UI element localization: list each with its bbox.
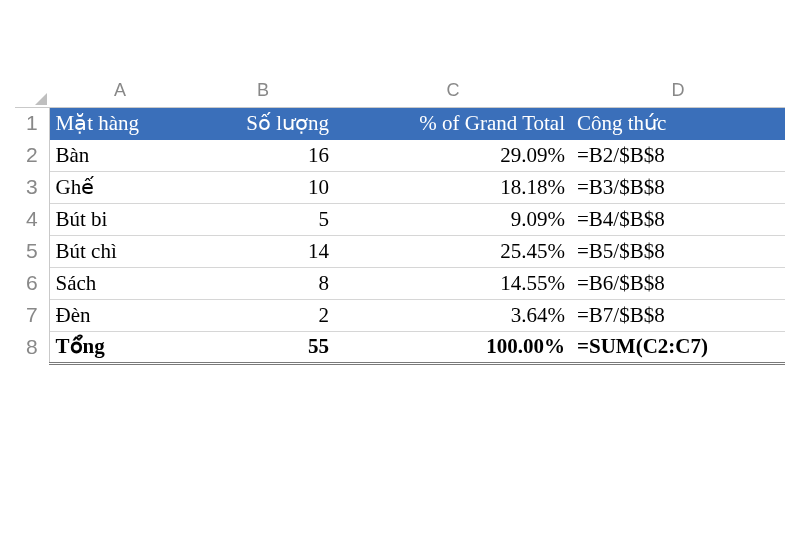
cell-D7[interactable]: =B7/$B$8 (571, 299, 785, 331)
cell-C1[interactable]: % of Grand Total (335, 107, 571, 139)
cell-A6[interactable]: Sách (49, 267, 191, 299)
cell-D1[interactable]: Công thức (571, 107, 785, 139)
cell-D8[interactable]: =SUM(C2:C7) (571, 331, 785, 363)
cell-D5[interactable]: =B5/$B$8 (571, 235, 785, 267)
cell-C7[interactable]: 3.64% (335, 299, 571, 331)
table-row: 1 Mặt hàng Số lượng % of Grand Total Côn… (15, 107, 785, 139)
cell-A7[interactable]: Đèn (49, 299, 191, 331)
cell-C2[interactable]: 29.09% (335, 139, 571, 171)
cell-A5[interactable]: Bút chì (49, 235, 191, 267)
row-header-6[interactable]: 6 (15, 267, 49, 299)
row-header-7[interactable]: 7 (15, 299, 49, 331)
cell-B6[interactable]: 8 (191, 267, 335, 299)
cell-D3[interactable]: =B3/$B$8 (571, 171, 785, 203)
column-header-A[interactable]: A (49, 75, 191, 107)
cell-C6[interactable]: 14.55% (335, 267, 571, 299)
cell-B1[interactable]: Số lượng (191, 107, 335, 139)
total-row: 8 Tổng 55 100.00% =SUM(C2:C7) (15, 331, 785, 363)
table-row: 7 Đèn 2 3.64% =B7/$B$8 (15, 299, 785, 331)
row-header-3[interactable]: 3 (15, 171, 49, 203)
cell-C8[interactable]: 100.00% (335, 331, 571, 363)
cell-A8[interactable]: Tổng (49, 331, 191, 363)
row-header-2[interactable]: 2 (15, 139, 49, 171)
cell-A2[interactable]: Bàn (49, 139, 191, 171)
cell-B3[interactable]: 10 (191, 171, 335, 203)
cell-C4[interactable]: 9.09% (335, 203, 571, 235)
table-row: 6 Sách 8 14.55% =B6/$B$8 (15, 267, 785, 299)
column-header-C[interactable]: C (335, 75, 571, 107)
cell-C5[interactable]: 25.45% (335, 235, 571, 267)
spreadsheet-grid[interactable]: A B C D 1 Mặt hàng Số lượng % of Grand T… (15, 75, 785, 365)
row-header-8[interactable]: 8 (15, 331, 49, 363)
cell-B4[interactable]: 5 (191, 203, 335, 235)
table-row: 4 Bút bi 5 9.09% =B4/$B$8 (15, 203, 785, 235)
cell-B8[interactable]: 55 (191, 331, 335, 363)
row-header-4[interactable]: 4 (15, 203, 49, 235)
column-header-row: A B C D (15, 75, 785, 107)
cell-A3[interactable]: Ghế (49, 171, 191, 203)
cell-B5[interactable]: 14 (191, 235, 335, 267)
table-row: 5 Bút chì 14 25.45% =B5/$B$8 (15, 235, 785, 267)
row-header-1[interactable]: 1 (15, 107, 49, 139)
cell-B2[interactable]: 16 (191, 139, 335, 171)
cell-A1[interactable]: Mặt hàng (49, 107, 191, 139)
row-header-5[interactable]: 5 (15, 235, 49, 267)
column-header-B[interactable]: B (191, 75, 335, 107)
cell-D2[interactable]: =B2/$B$8 (571, 139, 785, 171)
table-row: 3 Ghế 10 18.18% =B3/$B$8 (15, 171, 785, 203)
cell-D6[interactable]: =B6/$B$8 (571, 267, 785, 299)
cell-A4[interactable]: Bút bi (49, 203, 191, 235)
cell-B7[interactable]: 2 (191, 299, 335, 331)
column-header-D[interactable]: D (571, 75, 785, 107)
table-row: 2 Bàn 16 29.09% =B2/$B$8 (15, 139, 785, 171)
select-all-corner[interactable] (15, 75, 49, 107)
cell-D4[interactable]: =B4/$B$8 (571, 203, 785, 235)
cell-C3[interactable]: 18.18% (335, 171, 571, 203)
